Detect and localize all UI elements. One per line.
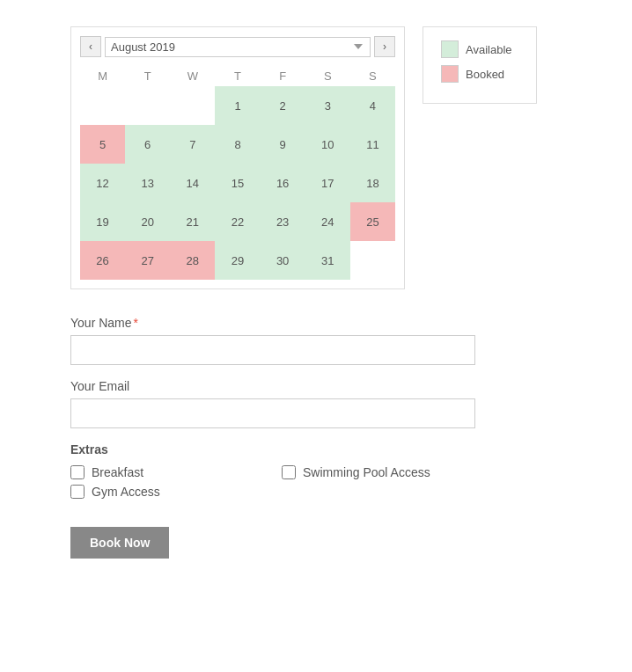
extras-label: Extras — [70, 442, 562, 457]
day-cell[interactable]: 3 — [305, 86, 350, 125]
calendar-week-row: 567891011 — [80, 125, 395, 164]
day-cell[interactable]: 30 — [261, 241, 305, 280]
table-row[interactable]: 21 — [170, 202, 215, 241]
gym-item[interactable]: Gym Access — [70, 485, 264, 499]
legend-booked: Booked — [441, 65, 518, 83]
table-row[interactable]: 15 — [215, 164, 260, 202]
table-row[interactable]: 23 — [261, 202, 305, 241]
day-cell[interactable]: 29 — [215, 241, 260, 280]
day-cell[interactable]: 13 — [125, 164, 170, 202]
table-row[interactable]: 28 — [170, 241, 215, 280]
weekday-header-cell: M — [80, 66, 125, 86]
swimming-checkbox[interactable] — [282, 465, 296, 479]
weekday-header-cell: T — [215, 66, 260, 86]
day-cell[interactable]: 17 — [305, 164, 350, 202]
day-cell[interactable]: 2 — [261, 86, 305, 125]
booked-color-box — [441, 65, 459, 83]
day-cell[interactable]: 26 — [80, 241, 125, 280]
table-row[interactable]: 12 — [80, 164, 125, 202]
gym-checkbox[interactable] — [70, 485, 85, 499]
main-container: ‹ August 2019 › MTWTFSS 1234567891011121… — [18, 18, 614, 567]
day-cell[interactable]: 4 — [350, 86, 395, 125]
table-row[interactable]: 20 — [125, 202, 170, 241]
next-month-button[interactable]: › — [374, 36, 395, 57]
email-group: Your Email — [70, 379, 562, 428]
table-row[interactable]: 11 — [350, 125, 395, 164]
day-cell[interactable]: 16 — [261, 164, 305, 202]
day-cell[interactable]: 10 — [305, 125, 350, 164]
weekday-header-cell: T — [125, 66, 170, 86]
day-cell[interactable]: 12 — [80, 164, 125, 202]
extras-group: Extras Breakfast Swimming Pool Access Gy… — [70, 442, 562, 499]
day-cell[interactable]: 19 — [80, 202, 125, 241]
table-row[interactable]: 6 — [125, 125, 170, 164]
day-cell[interactable]: 20 — [125, 202, 170, 241]
swimming-label: Swimming Pool Access — [303, 465, 430, 479]
name-input[interactable] — [70, 335, 475, 365]
breakfast-checkbox[interactable] — [70, 465, 85, 479]
day-cell[interactable]: 27 — [125, 241, 170, 280]
prev-month-button[interactable]: ‹ — [80, 36, 101, 57]
email-input[interactable] — [70, 398, 475, 428]
day-cell[interactable]: 24 — [305, 202, 350, 241]
day-cell[interactable]: 21 — [170, 202, 215, 241]
day-cell[interactable]: 28 — [170, 241, 215, 280]
table-row[interactable]: 27 — [125, 241, 170, 280]
table-row[interactable]: 30 — [261, 241, 305, 280]
table-row[interactable]: 26 — [80, 241, 125, 280]
table-row[interactable]: 19 — [80, 202, 125, 241]
day-cell[interactable]: 14 — [170, 164, 215, 202]
table-row[interactable]: 4 — [350, 86, 395, 125]
table-row[interactable]: 2 — [261, 86, 305, 125]
swimming-item[interactable]: Swimming Pool Access — [282, 465, 475, 479]
table-row[interactable]: 1 — [215, 86, 260, 125]
day-cell — [125, 86, 170, 125]
table-row — [350, 241, 395, 280]
day-cell — [350, 241, 395, 280]
calendar-week-row: 262728293031 — [80, 241, 395, 280]
month-select[interactable]: August 2019 — [105, 37, 371, 57]
day-cell[interactable]: 9 — [261, 125, 305, 164]
day-cell[interactable]: 15 — [215, 164, 260, 202]
table-row[interactable]: 29 — [215, 241, 260, 280]
booked-label: Booked — [466, 68, 504, 81]
legend: Available Booked — [423, 26, 537, 104]
day-cell[interactable]: 23 — [261, 202, 305, 241]
table-row[interactable]: 13 — [125, 164, 170, 202]
table-row[interactable]: 22 — [215, 202, 260, 241]
day-cell[interactable]: 5 — [80, 125, 125, 164]
table-row[interactable]: 31 — [305, 241, 350, 280]
day-cell[interactable]: 7 — [170, 125, 215, 164]
table-row[interactable]: 16 — [261, 164, 305, 202]
table-row[interactable]: 25 — [350, 202, 395, 241]
gym-label: Gym Access — [92, 485, 160, 499]
day-cell[interactable]: 6 — [125, 125, 170, 164]
breakfast-item[interactable]: Breakfast — [70, 465, 264, 479]
table-row[interactable]: 3 — [305, 86, 350, 125]
table-row — [125, 86, 170, 125]
calendar: ‹ August 2019 › MTWTFSS 1234567891011121… — [70, 26, 405, 289]
day-cell[interactable]: 11 — [350, 125, 395, 164]
available-label: Available — [466, 43, 512, 56]
table-row[interactable]: 9 — [261, 125, 305, 164]
table-row[interactable]: 5 — [80, 125, 125, 164]
table-row[interactable]: 8 — [215, 125, 260, 164]
day-cell[interactable]: 25 — [350, 202, 395, 241]
table-row[interactable]: 18 — [350, 164, 395, 202]
weekday-header-cell: S — [305, 66, 350, 86]
table-row[interactable]: 17 — [305, 164, 350, 202]
day-cell[interactable]: 8 — [215, 125, 260, 164]
day-cell[interactable]: 18 — [350, 164, 395, 202]
legend-available: Available — [441, 40, 518, 58]
table-row[interactable]: 7 — [170, 125, 215, 164]
day-cell[interactable]: 1 — [215, 86, 260, 125]
table-row[interactable]: 10 — [305, 125, 350, 164]
table-row[interactable]: 24 — [305, 202, 350, 241]
table-row — [80, 86, 125, 125]
day-cell[interactable]: 22 — [215, 202, 260, 241]
table-row[interactable]: 14 — [170, 164, 215, 202]
calendar-week-row: 1234 — [80, 86, 395, 125]
extras-grid: Breakfast Swimming Pool Access Gym Acces… — [70, 465, 475, 499]
book-now-button[interactable]: Book Now — [70, 527, 169, 559]
day-cell[interactable]: 31 — [305, 241, 350, 280]
